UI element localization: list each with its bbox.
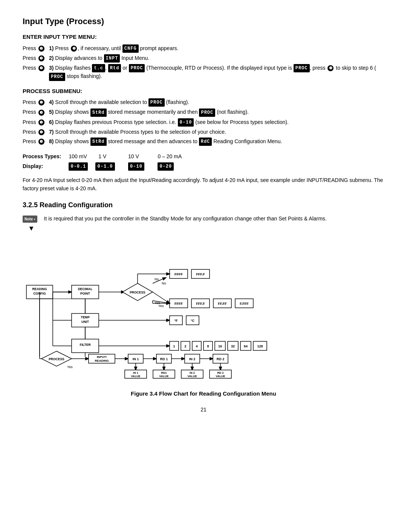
svg-text:POINT: POINT xyxy=(80,292,90,295)
note-box: Note ▪ ▼ It is required that you put the… xyxy=(23,215,384,234)
press-label-2: Press ❸ xyxy=(23,54,49,62)
lcd-proc5: PROC xyxy=(199,109,215,117)
lcd-proc3: PROC xyxy=(49,73,65,81)
svg-text:IN 1: IN 1 xyxy=(133,371,138,375)
page-title: Input Type (Process) xyxy=(23,15,384,28)
step-1-row: Press ❷ 1) Press ❷, if necessary, until … xyxy=(23,44,384,53)
svg-text:Yes: Yes xyxy=(67,365,73,369)
note-paragraph: For 4-20 mA Input select 0-20 mA then ad… xyxy=(23,176,384,193)
btn-circle-1a: ❶ xyxy=(38,99,44,105)
lcd-0-10: 0-10 xyxy=(178,118,194,127)
svg-text:8: 8 xyxy=(207,344,209,348)
lcd-rtd: Rtd xyxy=(108,64,121,72)
process-submenu-heading: PROCESS SUBMENU: xyxy=(23,87,384,96)
type-100mv: 100 mV xyxy=(69,152,95,161)
svg-text:RD 2: RD 2 xyxy=(217,371,223,375)
lcd-inpt: INPT xyxy=(104,54,120,63)
press-label-3: Press ❸ xyxy=(23,64,49,72)
step-3-content: 3) Display flashes t.c, Rtd or PROC (The… xyxy=(49,64,384,81)
btn-circle-2c: ❷ xyxy=(327,65,334,71)
svg-text:FFF.F: FFF.F xyxy=(196,302,205,306)
flowchart-svg: READING CONFIG DECIMAL POINT PROCESS No … xyxy=(23,238,384,381)
btn-circle-3a: ❸ xyxy=(38,55,44,61)
step-2-row: Press ❸ 2) Display advances to INPT Inpu… xyxy=(23,54,384,63)
type-1v: 1 V xyxy=(95,152,122,161)
note-text: It is required that you put the controll… xyxy=(44,215,327,223)
svg-text:RD 2: RD 2 xyxy=(217,357,225,361)
svg-text:FFFF: FFFF xyxy=(174,272,183,276)
btn-circle-2a: ❷ xyxy=(38,46,44,52)
press-label-1: Press ❷ xyxy=(23,44,49,52)
svg-text:TEMP: TEMP xyxy=(81,315,90,319)
btn-circle-2b: ❷ xyxy=(71,46,77,52)
press-label-7: Press ❶ xyxy=(23,128,49,136)
figure-caption: Figure 3.4 Flow Chart for Reading Config… xyxy=(23,390,384,398)
svg-text:Yes: Yes xyxy=(155,301,160,305)
press-label-8: Press ❸ xyxy=(23,138,49,145)
svg-text:32: 32 xyxy=(231,344,235,348)
svg-text:No: No xyxy=(162,281,166,285)
svg-text:VALUE: VALUE xyxy=(188,375,197,378)
lcd-proc4: PROC xyxy=(148,98,165,107)
type-10v: 10 V xyxy=(122,152,152,161)
process-types-label: Process Types: xyxy=(23,152,69,161)
step-6-content: 6) Display flashes previous Process type… xyxy=(49,118,384,127)
svg-text:READING: READING xyxy=(32,287,47,291)
lcd-strd1: StRd xyxy=(90,109,107,117)
type-020ma: 0 – 20 mA xyxy=(152,152,189,161)
step-2-content: 2) Display advances to INPT Input Menu. xyxy=(49,54,384,63)
reading-config-heading: 3.2.5 Reading Configuration xyxy=(23,200,384,210)
step-5-content: 5) Display shows StRd stored message mom… xyxy=(49,108,384,116)
step-8-content: 8) Display shows StRd stored message and… xyxy=(49,138,384,146)
note-arrow-icon: ▼ xyxy=(28,223,35,234)
svg-text:VALUE: VALUE xyxy=(216,375,225,378)
enter-input-type-heading: ENTER INPUT TYPE MENU: xyxy=(23,33,384,41)
lcd-proc2: PROC xyxy=(294,64,310,72)
btn-circle-3d: ❸ xyxy=(38,119,44,125)
flowchart-container: READING CONFIG DECIMAL POINT PROCESS No … xyxy=(23,238,384,384)
svg-text:DECIMAL: DECIMAL xyxy=(78,287,93,291)
svg-text:IN 1: IN 1 xyxy=(133,357,139,361)
svg-text:F.FFF: F.FFF xyxy=(240,302,249,306)
svg-text:PROCESS: PROCESS xyxy=(49,357,64,361)
svg-text:16: 16 xyxy=(218,344,222,348)
display-label: Display: xyxy=(23,161,69,171)
disp-001: 0-0.1 xyxy=(69,161,95,171)
step-4-row: Press ❶ 4) Scroll through the available … xyxy=(23,98,384,107)
svg-text:UNIT: UNIT xyxy=(81,320,89,324)
press-label-5: Press ❸ xyxy=(23,108,49,116)
enter-input-type-section: ENTER INPUT TYPE MENU: Press ❷ 1) Press … xyxy=(23,33,384,81)
lcd-cnfg: CNFG xyxy=(122,44,139,53)
svg-text:64: 64 xyxy=(244,344,248,348)
svg-text:VALUE: VALUE xyxy=(131,375,141,378)
svg-text:RD 1: RD 1 xyxy=(160,357,168,361)
step-1-content: 1) Press ❷, if necessary, until CNFG pro… xyxy=(49,44,384,53)
svg-text:FFFF: FFFF xyxy=(174,302,183,306)
lcd-proc1: PROC xyxy=(129,64,145,72)
note-tag: Note ▪ xyxy=(23,216,37,223)
lcd-strd2: StRd xyxy=(90,138,107,146)
press-label-6: Press ❸ xyxy=(23,118,49,126)
step-8-row: Press ❸ 8) Display shows StRd stored mes… xyxy=(23,138,384,146)
step-4-content: 4) Scroll through the available selectio… xyxy=(49,98,384,107)
disp-020: 0-20 xyxy=(152,161,189,171)
svg-text:RD1: RD1 xyxy=(161,371,167,375)
step-7-content: 7) Scroll through the available Process … xyxy=(49,128,384,136)
press-label-4: Press ❶ xyxy=(23,98,49,106)
svg-text:128: 128 xyxy=(257,344,263,348)
step-7-row: Press ❶ 7) Scroll through the available … xyxy=(23,128,384,136)
svg-text:FILTER: FILTER xyxy=(80,343,90,347)
btn-circle-3b: ❸ xyxy=(38,65,44,71)
svg-text:°F: °F xyxy=(174,319,178,323)
svg-text:No: No xyxy=(155,277,159,281)
process-types-table: Process Types: 100 mV 1 V 10 V 0 – 20 mA… xyxy=(23,152,384,171)
lcd-rdc: RdC xyxy=(199,138,212,146)
svg-text:2: 2 xyxy=(184,344,186,348)
svg-text:INPUT/: INPUT/ xyxy=(97,355,107,359)
btn-circle-3e: ❸ xyxy=(38,139,44,145)
svg-text:VALUE: VALUE xyxy=(159,375,169,378)
svg-text:°C: °C xyxy=(191,319,195,323)
svg-text:1: 1 xyxy=(173,344,175,348)
svg-text:IN 2: IN 2 xyxy=(189,357,196,361)
lcd-tc: t.c xyxy=(92,64,105,72)
